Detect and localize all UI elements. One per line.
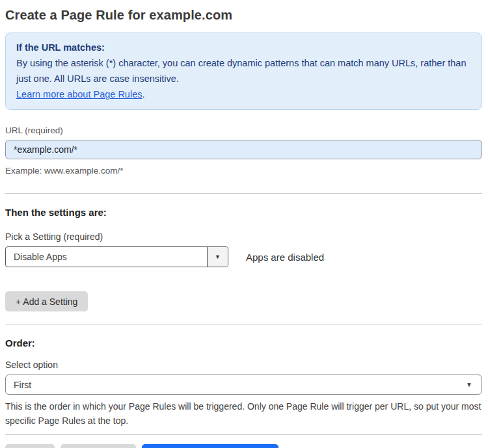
order-select[interactable]: First ▼	[5, 375, 482, 395]
order-section-heading: Order:	[5, 337, 482, 349]
divider	[5, 193, 482, 194]
order-select-value: First	[14, 380, 31, 390]
caret-down-icon: ▼	[466, 381, 472, 388]
footer-actions: Cancel Save as Draft Save and Deploy Pag…	[5, 444, 482, 448]
learn-more-link[interactable]: Learn more about Page Rules	[16, 89, 142, 99]
page-title: Create a Page Rule for example.com	[5, 8, 482, 23]
url-match-info-box: If the URL matches: By using the asteris…	[5, 33, 482, 110]
setting-dropdown[interactable]: Disable Apps ▼	[5, 246, 228, 267]
cancel-button[interactable]: Cancel	[5, 444, 55, 448]
info-box-heading: If the URL matches:	[16, 40, 471, 55]
order-select-label: Select option	[5, 360, 482, 370]
setting-row: Disable Apps ▼ Apps are disabled	[5, 246, 482, 267]
link-period: .	[142, 89, 144, 99]
page-rule-form: Create a Page Rule for example.com If th…	[0, 0, 488, 448]
info-box-link-line: Learn more about Page Rules.	[16, 86, 471, 102]
save-deploy-button[interactable]: Save and Deploy Page Rule	[142, 444, 278, 448]
url-input[interactable]	[5, 140, 482, 159]
order-helper-text: This is the order in which your Page Rul…	[5, 399, 482, 428]
setting-dropdown-value: Disable Apps	[6, 247, 207, 267]
chevron-down-icon: ▼	[215, 254, 221, 260]
add-setting-button[interactable]: + Add a Setting	[5, 291, 88, 311]
url-helper-text: Example: www.example.com/*	[5, 164, 482, 178]
setting-picker-label: Pick a Setting (required)	[5, 231, 482, 242]
url-label: URL (required)	[5, 125, 482, 135]
dropdown-arrow-button[interactable]: ▼	[207, 247, 228, 267]
divider	[5, 324, 482, 324]
settings-section-heading: Then the settings are:	[5, 207, 482, 218]
divider	[5, 434, 482, 435]
info-box-body: By using the asterisk (*) character, you…	[16, 55, 471, 86]
save-draft-button[interactable]: Save as Draft	[61, 444, 137, 448]
setting-status-text: Apps are disabled	[246, 252, 324, 263]
